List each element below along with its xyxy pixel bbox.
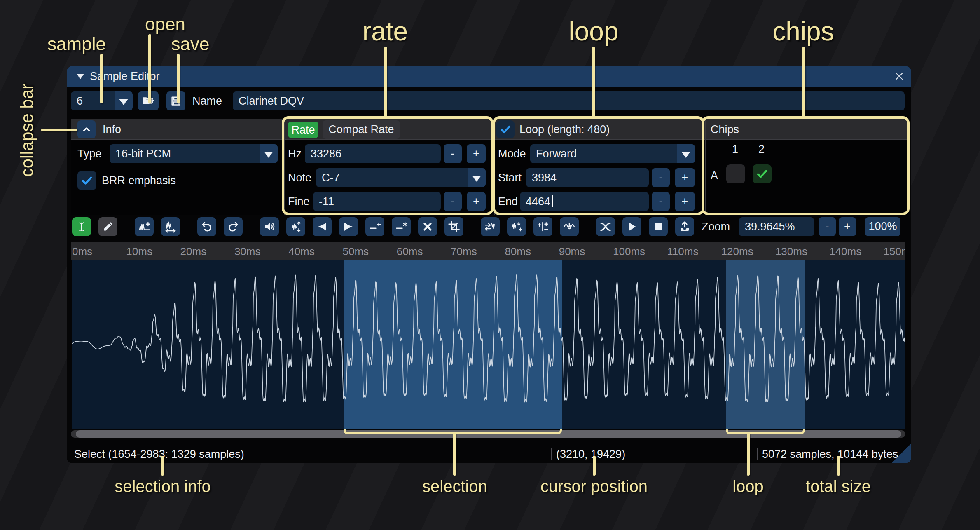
invert-button[interactable]: [507, 217, 526, 236]
save-sample-button[interactable]: [166, 91, 185, 110]
annotation-selection-info: selection info: [115, 477, 211, 496]
name-input[interactable]: Clarinet DQV: [233, 91, 905, 110]
rate-tab[interactable]: Rate: [288, 122, 318, 138]
loop-end-plus-button[interactable]: +: [675, 192, 695, 211]
pencil-icon: [102, 220, 114, 233]
apply-silence-button[interactable]: [392, 217, 411, 236]
trim-button[interactable]: [444, 217, 463, 236]
zoom-value: 39.9645%: [745, 220, 795, 233]
open-sample-button[interactable]: [138, 91, 159, 110]
name-label: Name: [192, 91, 222, 110]
loop-start-plus-button[interactable]: +: [675, 168, 695, 187]
chip-checkbox-a-1[interactable]: [726, 164, 745, 183]
compat-rate-tab[interactable]: Compat Rate: [323, 120, 400, 139]
name-value: Clarinet DQV: [239, 95, 304, 107]
type-value: 16-bit PCM: [115, 148, 171, 160]
insert-silence-button[interactable]: [365, 217, 384, 236]
loop-start-value: 3984: [532, 171, 557, 184]
ruler-tick-label: 30ms: [234, 242, 261, 260]
chevron-down-icon: [677, 144, 695, 163]
waveform-display[interactable]: [72, 260, 905, 429]
select-mode-button[interactable]: [72, 217, 91, 236]
ruler-tick-label: 50ms: [343, 242, 369, 260]
titlebar[interactable]: Sample Editor: [67, 66, 911, 87]
crossfade-button[interactable]: [596, 217, 615, 236]
upload-icon: [678, 220, 691, 233]
sample-index: 6: [77, 95, 83, 107]
brr-emphasis-checkbox[interactable]: [77, 171, 96, 190]
resize-button[interactable]: [135, 217, 154, 236]
zoom-input[interactable]: 39.9645%: [739, 217, 814, 236]
fine-minus-button[interactable]: -: [444, 192, 462, 211]
hz-minus-button[interactable]: -: [444, 144, 462, 163]
ruler-tick-label: 80ms: [505, 242, 531, 260]
chip-checkbox-a-2[interactable]: [753, 164, 772, 183]
close-icon[interactable]: [894, 71, 905, 82]
zoom-reset-button[interactable]: 100%: [865, 217, 900, 236]
hz-plus-button[interactable]: +: [467, 144, 486, 163]
reverse-button[interactable]: [481, 217, 500, 236]
play-icon: [626, 220, 638, 233]
resize-grip[interactable]: [891, 443, 911, 463]
loop-start-minus-button[interactable]: -: [652, 168, 670, 187]
sample-editor-window: Sample Editor 6 Name Clarinet DQV Info: [67, 66, 911, 463]
chevron-down-icon: [260, 144, 278, 163]
loop-start-input[interactable]: 3984: [526, 168, 649, 187]
preview-button[interactable]: [622, 217, 641, 236]
normalize-button[interactable]: [286, 217, 305, 236]
loop-mode-dropdown[interactable]: Forward: [530, 144, 695, 163]
annotation-chips: chips: [772, 16, 834, 47]
annotation-open: open: [145, 14, 185, 35]
chip-column-label: 2: [758, 143, 765, 156]
annotation-loop-bottom: loop: [732, 477, 764, 496]
type-dropdown[interactable]: 16-bit PCM: [110, 144, 278, 163]
loop-mode-value: Forward: [536, 148, 577, 160]
stop-preview-button[interactable]: [649, 217, 668, 236]
upload-button[interactable]: [675, 217, 694, 236]
fadein-icon: [316, 220, 328, 233]
collapse-bar-button[interactable]: [77, 120, 96, 138]
loop-end-label: End: [498, 192, 518, 211]
sample-selector[interactable]: 6: [71, 91, 133, 110]
time-ruler[interactable]: 0ms10ms20ms30ms40ms50ms60ms70ms80ms90ms1…: [71, 242, 905, 260]
fade-out-button[interactable]: [339, 217, 358, 236]
zoom-in-button[interactable]: +: [839, 217, 856, 236]
ruler-tick-label: 110ms: [667, 242, 698, 260]
collapse-window-icon[interactable]: [77, 74, 84, 79]
loop-enable-checkbox[interactable]: [496, 120, 515, 138]
hz-label: Hz: [288, 144, 302, 163]
filter-button[interactable]: [560, 217, 579, 236]
note-label: Note: [288, 168, 311, 187]
annotation-rate: rate: [363, 16, 408, 47]
fine-plus-button[interactable]: +: [467, 192, 486, 211]
signedness-button[interactable]: [533, 217, 552, 236]
note-dropdown[interactable]: C-7: [316, 168, 486, 187]
check-icon: [80, 174, 94, 187]
ruler-tick-label: 70ms: [451, 242, 477, 260]
fine-input[interactable]: -11: [313, 192, 441, 211]
scrollbar-thumb[interactable]: [76, 430, 901, 438]
loop-end-minus-button[interactable]: -: [652, 192, 670, 211]
reverse-icon: [484, 220, 496, 233]
fadeout-icon: [342, 220, 355, 233]
hz-input[interactable]: 33286: [305, 144, 441, 163]
redo-button[interactable]: [224, 217, 243, 236]
delete-button[interactable]: [418, 217, 437, 236]
loop-end-input[interactable]: 4464: [520, 192, 649, 211]
sample-toolbar: [72, 217, 702, 236]
info-panel-title: Info: [103, 119, 121, 140]
resample-button[interactable]: [161, 217, 180, 236]
ibeam-icon: [75, 220, 88, 233]
zoom-out-button[interactable]: -: [819, 217, 836, 236]
screenshot-stage: Sample Editor 6 Name Clarinet DQV Info: [0, 0, 980, 530]
draw-mode-button[interactable]: [98, 217, 117, 236]
chevron-up-icon: [81, 124, 92, 135]
undo-icon: [201, 220, 213, 233]
amplify-button[interactable]: [260, 217, 279, 236]
fade-in-button[interactable]: [313, 217, 332, 236]
fine-label: Fine: [288, 192, 310, 211]
resize-icon: [138, 220, 150, 233]
undo-button[interactable]: [197, 217, 216, 236]
floppy-disk-icon: [170, 95, 182, 107]
filter-icon: [563, 220, 575, 233]
